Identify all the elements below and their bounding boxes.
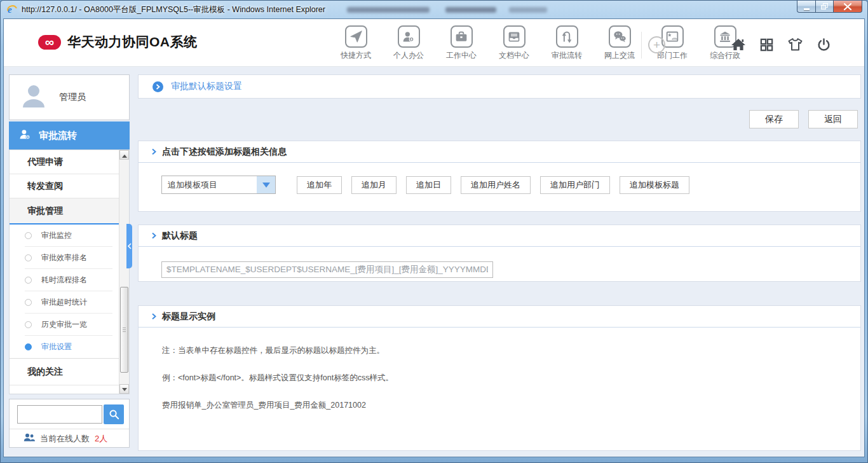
section-header: 默认标题	[139, 225, 860, 247]
nav-item-approval-flow[interactable]: 审批流转	[548, 25, 586, 61]
append-template-item-select[interactable]: 追加模板项目	[161, 176, 276, 194]
nav-divider	[641, 32, 642, 59]
app-logo: ∞ 华天动力协同OA系统	[38, 33, 198, 51]
sidebar-collapse-handle[interactable]	[126, 224, 132, 268]
append-template-title-button[interactable]: 追加模板标题	[620, 176, 689, 194]
radio-icon	[25, 254, 32, 261]
sidebar-item-proxy-request[interactable]: 代理申请	[10, 150, 119, 174]
u-turn-arrows-icon	[556, 25, 578, 48]
sidebar-item-time-consuming-rank[interactable]: 耗时流程排名	[25, 269, 112, 291]
append-month-button[interactable]: 追加月	[351, 176, 397, 194]
nav-item-personal-office[interactable]: 个人办公	[390, 25, 428, 61]
select-value: 追加模板项目	[162, 179, 257, 191]
search-button[interactable]	[104, 404, 124, 424]
background-window-artifact	[445, 7, 496, 13]
section-default-title: 默认标题	[138, 225, 861, 282]
section-title: 默认标题	[162, 230, 198, 242]
titlebar[interactable]: e http://127.0.0.1/ - OA8000平台版_FPLMYSQL…	[1, 1, 867, 18]
scrollbar-thumb[interactable]	[120, 287, 128, 373]
user-badge-icon	[19, 128, 31, 142]
save-button[interactable]: 保存	[749, 110, 799, 128]
sidebar-item-approval-management[interactable]: 审批管理	[10, 198, 119, 225]
section-title: 点击下述按钮添加标题相关信息	[162, 146, 287, 158]
online-users-count: 2人	[95, 433, 107, 445]
window-controls	[797, 1, 862, 13]
app-title: 华天动力协同OA系统	[67, 33, 198, 51]
sidebar-scrollbar[interactable]	[119, 150, 129, 394]
example-result-line: 费用报销单_办公室管理员_费用项目_费用金额_20171002	[162, 400, 860, 410]
sidebar-item-approval-monitor[interactable]: 审批监控	[25, 225, 112, 247]
section-body: 注：当表单中存在标题控件，最后显示的标题以标题控件为主。 例：<font>标题<…	[139, 328, 860, 410]
section-title: 标题显示实例	[162, 311, 215, 322]
chevron-right-circle-icon	[153, 81, 163, 92]
search-icon	[109, 409, 119, 420]
nav-item-online-communication[interactable]: 网上交流	[600, 25, 639, 61]
sidebar-menu: 代理申请 转发查阅 审批管理 审批监控 审批效率排名	[9, 149, 130, 394]
shirt-icon[interactable]	[787, 37, 803, 52]
chat-bubbles-icon	[609, 25, 631, 48]
collapse-chevron-icon	[128, 243, 132, 249]
sidebar-item-forward-review[interactable]: 转发查阅	[10, 174, 119, 198]
window-title: http://127.0.0.1/ - OA8000平台版_FPLMYSQL5-…	[22, 4, 325, 15]
user-name: 管理员	[59, 92, 86, 103]
sidebar-item-history-approval-list[interactable]: 历史审批一览	[25, 314, 112, 336]
example-font-line: 例：<font>标题</font>。标题样式设置仅支持font标签的css样式。	[162, 373, 860, 383]
sidebar-submenu: 审批监控 审批效率排名 耗时流程排名 审批超时统计	[10, 225, 119, 359]
search-input[interactable]	[17, 405, 102, 424]
sidebar-item-my-focus[interactable]: 我的关注	[10, 359, 119, 385]
default-title-input[interactable]	[161, 261, 493, 278]
sidebar-section-approval-flow[interactable]: 审批流转	[9, 121, 130, 149]
online-users-icon	[24, 433, 35, 445]
radio-icon	[25, 277, 32, 284]
sidebar-item-approval-efficiency-rank[interactable]: 审批效率排名	[25, 247, 112, 269]
background-window-artifact	[509, 7, 547, 13]
append-user-dept-button[interactable]: 追加用户部门	[540, 176, 610, 194]
restore-icon[interactable]	[815, 1, 833, 13]
background-window-artifact	[347, 7, 430, 13]
section-header: 标题显示实例	[139, 306, 860, 328]
header-right-icons	[731, 37, 831, 52]
scroll-up-icon[interactable]	[119, 150, 129, 160]
back-button[interactable]: 返回	[808, 110, 858, 128]
toolbar: 保存 返回	[749, 110, 858, 128]
online-users-row: 当前在线人数 2人	[10, 429, 129, 448]
online-users-label: 当前在线人数	[40, 433, 90, 445]
section-header: 点击下述按钮添加标题相关信息	[139, 141, 860, 163]
minimize-icon[interactable]	[797, 1, 815, 13]
example-note-line: 注：当表单中存在标题控件，最后显示的标题以标题控件为主。	[162, 345, 860, 356]
home-icon[interactable]	[731, 37, 746, 52]
append-user-name-button[interactable]: 追加用户姓名	[461, 176, 531, 194]
page-title: 审批默认标题设置	[171, 81, 242, 92]
nav-item-document-center[interactable]: 文档中心	[495, 25, 533, 61]
sidebar-section-title: 审批流转	[39, 130, 77, 142]
sidebar-search-card: 当前在线人数 2人	[9, 399, 130, 448]
scroll-down-icon[interactable]	[119, 384, 129, 394]
logo-infinity-icon: ∞	[38, 35, 61, 50]
plus-circle-icon[interactable]: +	[648, 36, 665, 53]
sidebar-item-approval-timeout-stats[interactable]: 审批超时统计	[25, 291, 112, 314]
append-day-button[interactable]: 追加日	[406, 176, 451, 194]
close-icon[interactable]	[833, 1, 862, 13]
radio-icon	[25, 232, 32, 239]
radio-selected-icon	[25, 343, 32, 350]
append-year-button[interactable]: 追加年	[297, 176, 342, 194]
paper-plane-icon	[345, 25, 367, 48]
section-body: 追加模板项目 追加年 追加月 追加日 追加用户姓名 追加用户部门 追加模板标题	[139, 163, 860, 194]
browser-window: e http://127.0.0.1/ - OA8000平台版_FPLMYSQL…	[0, 0, 868, 463]
nav-item-shortcuts[interactable]: 快捷方式	[337, 25, 375, 61]
page: ∞ 华天动力协同OA系统 快捷方式	[3, 18, 865, 457]
power-icon[interactable]	[817, 38, 831, 52]
top-nav: 快捷方式 个人办公	[337, 25, 744, 61]
sidebar-item-approval-settings[interactable]: 审批设置	[25, 336, 112, 358]
app-header: ∞ 华天动力协同OA系统 快捷方式	[4, 19, 864, 67]
dropdown-arrow-icon	[257, 176, 275, 193]
apps-grid-icon[interactable]	[759, 38, 774, 52]
section-body	[139, 247, 860, 278]
nav-item-work-center[interactable]: 工作中心	[442, 25, 480, 61]
avatar-icon	[18, 81, 49, 114]
ie-icon: e	[6, 4, 18, 15]
page-title-bar: 审批默认标题设置	[138, 74, 861, 99]
radio-icon	[25, 321, 32, 328]
radio-icon	[25, 299, 32, 306]
user-add-icon	[398, 25, 420, 48]
